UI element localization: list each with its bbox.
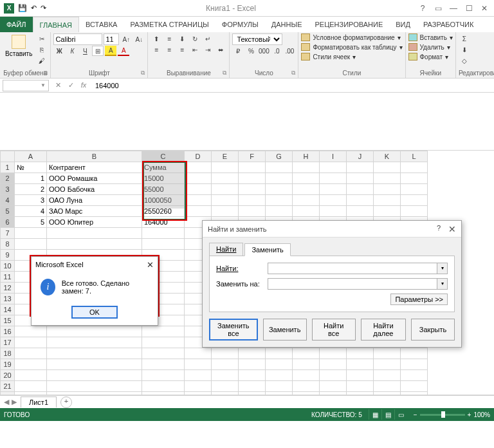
cell[interactable]: [142, 348, 185, 359]
cell[interactable]: [347, 370, 374, 381]
cell[interactable]: [401, 184, 428, 195]
format-painter-icon[interactable]: 🖌: [36, 55, 48, 66]
chevron-down-icon[interactable]: ▼: [41, 82, 46, 88]
grid[interactable]: ABCDEFGHIJKL1№КонтрагентСумма21ООО Ромаш…: [0, 151, 494, 395]
cell[interactable]: [266, 162, 293, 173]
col-header[interactable]: F: [239, 151, 266, 162]
currency-icon[interactable]: ₽: [232, 46, 244, 56]
tab-home[interactable]: ГЛАВНАЯ: [33, 17, 79, 32]
col-header[interactable]: E: [212, 151, 239, 162]
cell[interactable]: [142, 228, 185, 239]
cell[interactable]: [185, 348, 212, 359]
cell[interactable]: [239, 392, 266, 396]
row-header[interactable]: 20: [1, 370, 15, 381]
fill-icon[interactable]: ⬇: [459, 44, 470, 55]
cell[interactable]: 1000050: [142, 195, 185, 206]
cell[interactable]: 164000: [142, 217, 185, 228]
sheet-nav-prev-icon[interactable]: ◀: [4, 398, 9, 406]
cell[interactable]: [320, 348, 347, 359]
cell[interactable]: [47, 381, 142, 392]
cell[interactable]: [185, 381, 212, 392]
minimize-icon[interactable]: —: [446, 3, 461, 14]
replace-all-button[interactable]: Заменить все: [209, 319, 258, 341]
cell[interactable]: №: [15, 162, 47, 173]
tab-view[interactable]: ВИД: [389, 17, 417, 32]
sheet-tab[interactable]: Лист1: [21, 397, 57, 407]
ribbon-opts-icon[interactable]: ▭: [431, 3, 445, 14]
cell[interactable]: [374, 381, 401, 392]
replace-button[interactable]: Заменить: [263, 319, 307, 341]
col-header[interactable]: G: [266, 151, 293, 162]
cell[interactable]: [212, 359, 239, 370]
cell[interactable]: [320, 162, 347, 173]
cell[interactable]: [15, 239, 47, 250]
cell[interactable]: ООО Ромашка: [47, 173, 142, 184]
cell[interactable]: [293, 173, 320, 184]
cell[interactable]: Сумма: [142, 162, 185, 173]
cell[interactable]: [47, 348, 142, 359]
align-bot-icon[interactable]: ⬇: [176, 33, 188, 44]
tab-file[interactable]: ФАЙЛ: [0, 17, 33, 32]
tab-data[interactable]: ДАННЫЕ: [265, 17, 309, 32]
cell[interactable]: [347, 195, 374, 206]
row-header[interactable]: 11: [1, 272, 15, 283]
row-header[interactable]: 17: [1, 337, 15, 348]
align-mid-icon[interactable]: ≡: [163, 33, 175, 44]
cell[interactable]: [185, 184, 212, 195]
col-header[interactable]: K: [374, 151, 401, 162]
row-header[interactable]: 7: [1, 228, 15, 239]
cell[interactable]: [15, 381, 47, 392]
percent-icon[interactable]: %: [245, 46, 257, 56]
cell[interactable]: [47, 359, 142, 370]
cell[interactable]: [142, 392, 185, 396]
clear-icon[interactable]: ◇: [459, 55, 470, 66]
cell[interactable]: [374, 162, 401, 173]
cell[interactable]: [293, 184, 320, 195]
tab-replace[interactable]: Заменить: [244, 243, 290, 256]
dialog-close-icon[interactable]: ✕: [448, 224, 456, 234]
accept-formula-icon[interactable]: ✓: [66, 81, 76, 89]
cell[interactable]: [374, 206, 401, 217]
replace-input[interactable]: [268, 278, 437, 290]
cell[interactable]: [347, 359, 374, 370]
find-next-button[interactable]: Найти далее: [361, 319, 406, 341]
cell-styles-button[interactable]: Стили ячеек ▾: [301, 53, 356, 61]
cell[interactable]: [266, 381, 293, 392]
cell[interactable]: Контрагент: [47, 162, 142, 173]
dec-inc-icon[interactable]: .0: [271, 46, 282, 56]
align-right-icon[interactable]: ≡: [176, 44, 188, 55]
row-header[interactable]: 16: [1, 326, 15, 337]
cell[interactable]: [142, 337, 185, 348]
cell[interactable]: [320, 206, 347, 217]
cell[interactable]: [293, 162, 320, 173]
cell[interactable]: [142, 239, 185, 250]
insert-cells-button[interactable]: Вставить ▾: [408, 33, 453, 41]
col-header[interactable]: J: [347, 151, 374, 162]
indent-inc-icon[interactable]: ⇥: [202, 44, 214, 55]
number-format-select[interactable]: Текстовый: [232, 33, 282, 45]
row-header[interactable]: 1: [1, 162, 15, 173]
row-header[interactable]: 9: [1, 250, 15, 261]
cell[interactable]: [15, 359, 47, 370]
cell[interactable]: [293, 392, 320, 396]
shrink-font-icon[interactable]: A↓: [133, 34, 145, 44]
cell[interactable]: [185, 195, 212, 206]
cell[interactable]: [212, 162, 239, 173]
thousands-icon[interactable]: 000: [258, 46, 270, 56]
cell[interactable]: [320, 392, 347, 396]
undo-icon[interactable]: ↶: [31, 4, 37, 12]
cell[interactable]: [239, 184, 266, 195]
cell[interactable]: [266, 392, 293, 396]
cell[interactable]: [347, 173, 374, 184]
cell[interactable]: [347, 348, 374, 359]
msgbox-close-icon[interactable]: ✕: [147, 260, 154, 270]
cell[interactable]: 1: [15, 173, 47, 184]
cell[interactable]: 3: [15, 195, 47, 206]
cell[interactable]: [347, 162, 374, 173]
font-size-select[interactable]: [104, 33, 119, 45]
cell[interactable]: [212, 392, 239, 396]
col-header[interactable]: C: [142, 151, 185, 162]
cell[interactable]: [320, 173, 347, 184]
zoom-out-icon[interactable]: −: [414, 411, 417, 418]
cell[interactable]: [142, 381, 185, 392]
